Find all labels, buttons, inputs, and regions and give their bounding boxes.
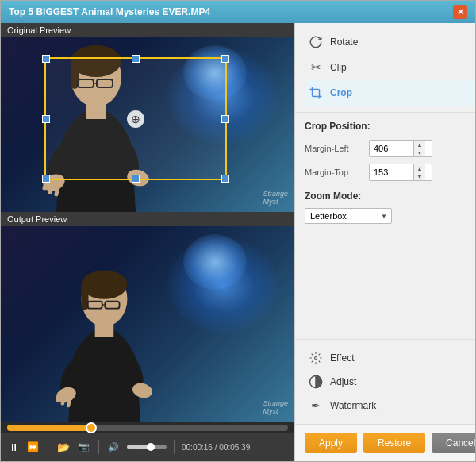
adjust-label: Adjust — [330, 376, 356, 387]
playback-controls: ⏸ ⏩ 📂 📷 🔊 00:00:16 — [1, 433, 294, 461]
crop-handle-br[interactable] — [221, 175, 229, 183]
output-person-figure — [21, 267, 195, 422]
current-time: 00:00:16 — [182, 443, 213, 452]
margin-top-spinners: ▲ ▼ — [413, 164, 425, 180]
margin-left-spinners: ▲ ▼ — [413, 141, 425, 156]
margin-top-input-wrapper: ▲ ▼ — [369, 164, 432, 181]
svg-point-24 — [315, 357, 317, 360]
adjust-tool[interactable]: Adjust — [305, 370, 475, 394]
margin-left-row: Margin-Left ▲ ▼ — [305, 140, 475, 157]
original-preview-label: Original Preview — [1, 23, 294, 37]
divider-1 — [48, 440, 48, 454]
crop-handle-bm[interactable] — [132, 175, 140, 183]
svg-rect-18 — [95, 323, 114, 337]
margin-left-input[interactable] — [370, 142, 413, 155]
divider-2 — [98, 440, 99, 454]
rotate-tool[interactable]: Rotate — [305, 29, 475, 55]
volume-slider[interactable] — [127, 445, 167, 449]
crop-handle-bl[interactable] — [42, 175, 50, 183]
time-sep: / — [215, 443, 217, 452]
output-preview-label: Output Preview — [1, 212, 294, 226]
cancel-button[interactable]: Cancel — [432, 433, 475, 453]
time-display: 00:00:16 / 00:05:39 — [182, 443, 250, 452]
clip-label: Clip — [330, 62, 347, 73]
crop-overlay[interactable]: ⊕ — [44, 57, 227, 180]
bottom-tools: Effect Adjust ✒ Watermark — [295, 339, 475, 424]
output-video-bg: StrangeMyst — [1, 226, 294, 422]
crop-position-title: Crop Position: — [305, 121, 475, 132]
crop-handle-tm[interactable] — [132, 55, 140, 63]
volume-thumb[interactable] — [147, 443, 155, 451]
pause-button[interactable]: ⏸ — [7, 440, 21, 455]
move-cursor-icon[interactable]: ⊕ — [127, 110, 144, 128]
margin-top-label: Margin-Top — [305, 167, 364, 177]
zoom-select-wrapper: Letterbox Pan & Scan Full Custom ▼ — [305, 208, 392, 224]
progress-bar[interactable] — [7, 425, 288, 431]
progress-thumb[interactable] — [86, 422, 97, 433]
svg-line-23 — [68, 398, 70, 406]
clip-icon: ✂ — [308, 60, 324, 75]
margin-top-row: Margin-Top ▲ ▼ — [305, 164, 475, 181]
crop-icon — [308, 85, 324, 101]
margin-left-up[interactable]: ▲ — [414, 141, 425, 148]
effect-tool[interactable]: Effect — [305, 346, 475, 370]
watermark-icon: ✒ — [308, 398, 324, 414]
volume-button[interactable]: 🔊 — [106, 441, 121, 454]
footer-buttons: Apply Restore Cancel — [295, 424, 475, 461]
zoom-mode-section: Zoom Mode: Letterbox Pan & Scan Full Cus… — [305, 191, 475, 224]
effect-icon — [308, 350, 324, 366]
left-panel: Original Preview — [1, 23, 294, 461]
adjust-icon — [308, 374, 324, 390]
crop-handle-tl[interactable] — [42, 55, 50, 63]
tool-section: Rotate ✂ Clip Crop — [295, 23, 475, 113]
original-preview: ⊕ StrangeMyst — [1, 37, 294, 212]
main-window: Top 5 BIGGEST Animal Mysteries EVER.MP4 … — [0, 0, 476, 462]
watermark-label: Watermark — [330, 400, 376, 411]
crop-tool[interactable]: Crop — [305, 80, 475, 106]
svg-line-11 — [56, 187, 58, 194]
svg-line-22 — [63, 396, 65, 403]
divider-3 — [174, 440, 175, 454]
window-title: Top 5 BIGGEST Animal Mysteries EVER.MP4 — [9, 6, 210, 17]
margin-top-down[interactable]: ▼ — [414, 172, 425, 180]
margin-left-down[interactable]: ▼ — [414, 148, 425, 156]
apply-button[interactable]: Apply — [305, 433, 357, 453]
watermark-tool[interactable]: ✒ Watermark — [305, 394, 475, 418]
title-bar: Top 5 BIGGEST Animal Mysteries EVER.MP4 … — [1, 1, 475, 23]
crop-handle-ml[interactable] — [42, 115, 50, 123]
zoom-mode-title: Zoom Mode: — [305, 191, 475, 202]
progress-bar-area — [1, 422, 294, 433]
screenshot-button[interactable]: 📷 — [76, 440, 91, 454]
fast-forward-button[interactable]: ⏩ — [25, 440, 40, 454]
crop-settings: Crop Position: Margin-Left ▲ ▼ Margin-To… — [295, 113, 475, 339]
margin-top-up[interactable]: ▲ — [414, 164, 425, 172]
effect-label: Effect — [330, 352, 354, 364]
zoom-arrow-icon: ▼ — [377, 213, 391, 220]
progress-fill — [7, 425, 91, 431]
margin-top-input[interactable] — [370, 166, 413, 179]
restore-button[interactable]: Restore — [363, 433, 425, 453]
watermark-output: StrangeMyst — [263, 399, 288, 415]
watermark-original: StrangeMyst — [263, 190, 288, 206]
rotate-icon — [308, 34, 324, 50]
close-button[interactable]: ✕ — [453, 5, 467, 19]
crop-handle-mr[interactable] — [221, 115, 229, 123]
main-content: Original Preview — [1, 23, 475, 461]
crop-handle-tr[interactable] — [221, 55, 229, 63]
crop-label: Crop — [330, 87, 352, 98]
margin-left-input-wrapper: ▲ ▼ — [369, 140, 432, 157]
clip-tool[interactable]: ✂ Clip — [305, 55, 475, 80]
total-time: 00:05:39 — [219, 443, 250, 452]
right-panel: Rotate ✂ Clip Crop — [294, 23, 475, 461]
zoom-mode-select[interactable]: Letterbox Pan & Scan Full Custom — [305, 209, 377, 223]
svg-line-10 — [50, 184, 52, 192]
output-preview: StrangeMyst — [1, 226, 294, 422]
folder-button[interactable]: 📂 — [56, 440, 71, 455]
rotate-label: Rotate — [330, 37, 358, 48]
margin-left-label: Margin-Left — [305, 144, 364, 153]
